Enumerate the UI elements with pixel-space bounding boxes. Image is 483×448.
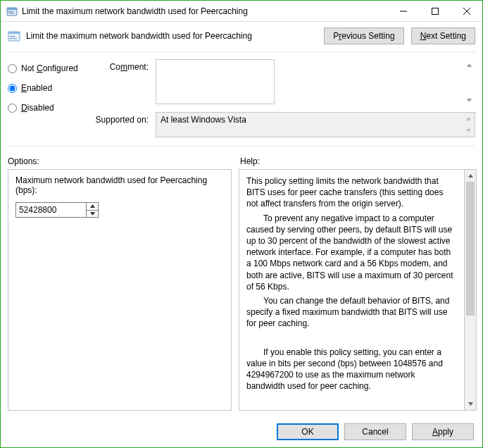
- footer: OK Cancel Apply: [1, 416, 482, 447]
- help-text: This policy setting limits the network b…: [246, 175, 457, 404]
- state-radios: Not Configured Enabled Disabled: [8, 59, 92, 137]
- help-paragraph: This policy setting limits the network b…: [246, 175, 454, 210]
- ok-button[interactable]: OK: [277, 423, 339, 440]
- svg-rect-4: [400, 11, 407, 11]
- scroll-up-icon[interactable]: [463, 113, 475, 125]
- help-paragraph: You can change the default behavior of B…: [246, 295, 454, 330]
- bandwidth-input[interactable]: [15, 202, 86, 218]
- radio-enabled[interactable]: Enabled: [8, 83, 92, 93]
- options-label: Options:: [8, 156, 226, 166]
- supported-on-field: At least Windows Vista: [156, 112, 475, 137]
- apply-button[interactable]: Apply: [412, 423, 474, 440]
- policy-dialog: Limit the maximum network bandwidth used…: [0, 0, 483, 448]
- bandwidth-spinner: [15, 202, 224, 218]
- radio-enabled-input[interactable]: [8, 84, 17, 93]
- comment-field[interactable]: [156, 59, 275, 104]
- app-icon: [6, 6, 18, 17]
- scroll-up-icon[interactable]: [463, 59, 475, 71]
- radio-not-configured[interactable]: Not Configured: [8, 63, 92, 73]
- svg-rect-3: [8, 13, 14, 13]
- scroll-down-icon[interactable]: [463, 125, 475, 137]
- help-paragraph: If you enable this policy setting, you c…: [246, 347, 454, 392]
- header-title: Limit the maximum network bandwidth used…: [26, 31, 324, 41]
- close-button[interactable]: [451, 1, 482, 21]
- next-setting-button[interactable]: Next Setting: [411, 27, 475, 44]
- comment-label: Comment:: [92, 59, 149, 72]
- bandwidth-field-label: Maximum network bandwidth used for Peerc…: [15, 175, 224, 195]
- maximize-button[interactable]: [419, 1, 451, 21]
- radio-disabled[interactable]: Disabled: [8, 103, 92, 113]
- svg-rect-8: [10, 36, 15, 37]
- policy-icon: [8, 30, 20, 42]
- help-label: Help:: [240, 156, 260, 166]
- help-scrollbar[interactable]: [465, 169, 477, 411]
- supported-on-value: At least Windows Vista: [161, 115, 246, 125]
- svg-rect-5: [432, 8, 438, 14]
- window-title: Limit the maximum network bandwidth used…: [22, 6, 387, 16]
- options-panel: Maximum network bandwidth used for Peerc…: [8, 169, 232, 411]
- svg-rect-1: [7, 8, 17, 10]
- svg-rect-2: [8, 11, 13, 12]
- scroll-up-icon[interactable]: [465, 170, 477, 182]
- radio-disabled-input[interactable]: [8, 104, 17, 113]
- scroll-down-icon[interactable]: [463, 94, 475, 106]
- help-paragraph: To prevent any negative impact to a comp…: [246, 213, 454, 292]
- titlebar: Limit the maximum network bandwidth used…: [1, 1, 482, 22]
- spinner-down-button[interactable]: [87, 210, 98, 218]
- header: Limit the maximum network bandwidth used…: [1, 22, 482, 50]
- divider: [8, 51, 475, 52]
- divider: [8, 146, 475, 147]
- scrollbar-thumb[interactable]: [466, 182, 475, 316]
- help-panel: This policy setting limits the network b…: [239, 169, 465, 411]
- minimize-button[interactable]: [387, 1, 419, 21]
- scroll-down-icon[interactable]: [465, 398, 477, 410]
- radio-not-configured-input[interactable]: [8, 64, 17, 73]
- cancel-button[interactable]: Cancel: [344, 423, 406, 440]
- previous-setting-button[interactable]: Previous Setting: [324, 27, 403, 44]
- svg-rect-7: [8, 32, 20, 34]
- svg-rect-9: [10, 38, 17, 39]
- spinner-up-button[interactable]: [87, 203, 98, 210]
- supported-label: Supported on:: [92, 112, 149, 125]
